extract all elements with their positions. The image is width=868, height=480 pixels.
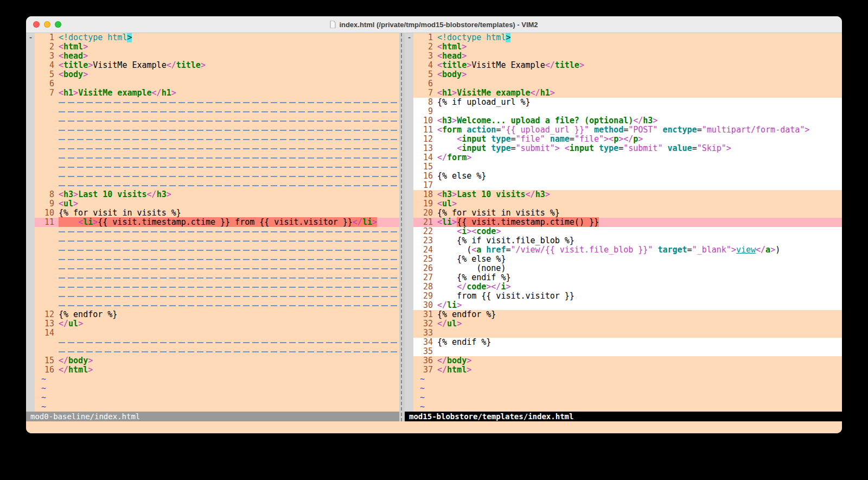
deleted-line-filler — [59, 111, 398, 112]
code-line[interactable]: 22 <i><code> — [413, 227, 842, 236]
code-token: html — [447, 365, 467, 375]
code-line[interactable]: 8{% if upload_url %} — [413, 98, 842, 107]
code-text: </body> — [59, 356, 93, 365]
code-line[interactable]: 8<h3>Last 10 visits</h3> — [35, 190, 399, 199]
code-line[interactable]: 19<ul> — [413, 199, 842, 209]
code-line[interactable]: 15</body> — [35, 356, 399, 365]
code-text: </body> — [437, 356, 471, 365]
code-token: head — [442, 51, 462, 61]
code-text: <input type="file" name="file"><p></p> — [437, 135, 643, 144]
code-token: {% endfor %} — [59, 310, 117, 319]
code-token: < — [437, 42, 442, 52]
code-token: type — [491, 134, 510, 144]
code-line[interactable]: 2<html> — [413, 42, 842, 52]
code-line[interactable]: 1<!doctype html> — [35, 33, 399, 42]
code-line[interactable]: 21<li>{{ visit.timestamp.ctime() }} — [413, 218, 842, 227]
titlebar[interactable]: index.html (/private/tmp/mod15-blobstore… — [26, 16, 842, 33]
code-line[interactable]: 18<h3>Last 10 visits</h3> — [413, 190, 842, 199]
code-line[interactable]: 11 <li>{{ visit.timestamp.ctime }} from … — [35, 218, 399, 227]
code-line[interactable]: 3<head> — [35, 52, 399, 61]
code-line[interactable]: 7<h1>VisitMe example</h1> — [413, 89, 842, 98]
zoom-button[interactable] — [55, 21, 61, 28]
code-line[interactable]: 14 — [35, 329, 399, 338]
deleted-line-filler — [59, 277, 398, 279]
code-line[interactable]: 27 {% endif %} — [413, 273, 842, 282]
left-buffer-view[interactable]: - 1<!doctype html>2<html>3<head>4<title>… — [26, 33, 399, 412]
close-button[interactable] — [33, 21, 40, 28]
split-separator[interactable] — [399, 33, 405, 421]
code-line[interactable]: 32</ul> — [413, 319, 842, 329]
code-line[interactable]: 5<body> — [35, 70, 399, 79]
code-token: (none) — [437, 263, 506, 273]
empty-buffer-line: ~ — [35, 375, 399, 384]
code-line[interactable]: 36</body> — [413, 356, 842, 365]
code-line[interactable]: 23 {% if visit.file_blob %} — [413, 236, 842, 245]
code-line[interactable]: 6 — [35, 79, 399, 89]
code-token — [59, 217, 78, 227]
code-line[interactable]: 7<h1>VisitMe example</h1> — [35, 89, 399, 98]
right-buffer-view[interactable]: - 1<!doctype html>2<html>3<head>4<title>… — [405, 33, 842, 412]
code-line[interactable]: 31{% endfor %} — [413, 310, 842, 319]
code-line[interactable]: 6 — [413, 79, 842, 89]
code-line[interactable]: 29 from {{ visit.visitor }} — [413, 292, 842, 301]
code-token: > — [88, 356, 93, 365]
code-line[interactable]: 4<title>VisitMe Example</title> — [35, 61, 399, 70]
code-line[interactable]: 13 <input type="submit"> <input type="su… — [413, 144, 842, 153]
code-line[interactable]: 9<ul> — [35, 199, 399, 209]
code-line[interactable]: 16{% else %} — [413, 172, 842, 181]
statusline-right[interactable]: mod15-blobstore/templates/index.html — [405, 412, 842, 421]
code-token: > — [88, 60, 93, 70]
line-number: 24 — [413, 245, 437, 255]
code-line[interactable]: 11<form action="{{ upload_url }}" method… — [413, 125, 842, 135]
left-pane[interactable]: - 1<!doctype html>2<html>3<head>4<title>… — [26, 33, 399, 421]
command-line[interactable] — [26, 421, 842, 433]
code-line[interactable]: 2<html> — [35, 42, 399, 52]
line-number: 13 — [35, 319, 59, 329]
code-token: </ — [545, 60, 555, 70]
code-line[interactable]: 9 — [413, 107, 842, 116]
code-line[interactable]: 13</ul> — [35, 319, 399, 329]
minimize-button[interactable] — [44, 21, 50, 28]
code-line[interactable]: 15 — [413, 162, 842, 172]
code-line[interactable]: 5<body> — [413, 70, 842, 79]
code-line[interactable]: 10{% for visit in visits %} — [35, 209, 399, 218]
code-line[interactable]: 14</form> — [413, 153, 842, 162]
line-number: 18 — [413, 190, 437, 199]
code-line[interactable]: 35 — [413, 347, 842, 356]
code-line[interactable]: 20{% for visit in visits %} — [413, 209, 842, 218]
code-line[interactable]: 3<head> — [413, 52, 842, 61]
code-line[interactable]: 26 (none) — [413, 264, 842, 273]
code-token: </ — [59, 365, 68, 375]
code-line[interactable]: 16</html> — [35, 365, 399, 375]
diff-filler-line — [35, 162, 399, 172]
code-line[interactable]: 28 </code></i> — [413, 282, 842, 292]
right-pane[interactable]: - 1<!doctype html>2<html>3<head>4<title>… — [405, 33, 842, 421]
deleted-line-filler — [59, 250, 398, 251]
code-line[interactable]: 12 <input type="file" name="file"><p></p… — [413, 135, 842, 144]
code-line[interactable]: 10<h3>Welcome... upload a file? (optiona… — [413, 116, 842, 125]
code-token: p — [633, 134, 638, 144]
code-line[interactable]: 17 — [413, 181, 842, 190]
code-token: html — [68, 365, 88, 375]
code-line[interactable]: 33 — [413, 329, 842, 338]
code-line[interactable]: 34{% endif %} — [413, 338, 842, 347]
code-line[interactable]: 1<!doctype html> — [413, 33, 842, 42]
code-line[interactable]: 24 (<a href="/view/{{ visit.file_blob }}… — [413, 245, 842, 255]
code-line[interactable]: 12{% endfor %} — [35, 310, 399, 319]
line-number: 7 — [413, 89, 437, 98]
code-token: > — [452, 116, 457, 125]
code-token: {{ visit.timestamp.ctime() }} — [457, 217, 599, 227]
code-line[interactable]: 25 {% else %} — [413, 255, 842, 264]
code-token: VisitMe Example — [471, 60, 545, 70]
line-number: 6 — [35, 79, 59, 89]
line-number: 15 — [35, 356, 59, 365]
code-token: input — [462, 134, 486, 144]
code-token: > — [462, 42, 467, 52]
code-token: > — [73, 88, 78, 98]
code-line[interactable]: 4<title>VisitMe Example</title> — [413, 61, 842, 70]
code-token: < — [437, 125, 442, 135]
code-line[interactable]: 37</html> — [413, 365, 842, 375]
diff-filler-line — [35, 227, 399, 236]
code-line[interactable]: 30</li> — [413, 301, 842, 310]
statusline-left[interactable]: mod0-baseline/index.html — [26, 412, 399, 421]
